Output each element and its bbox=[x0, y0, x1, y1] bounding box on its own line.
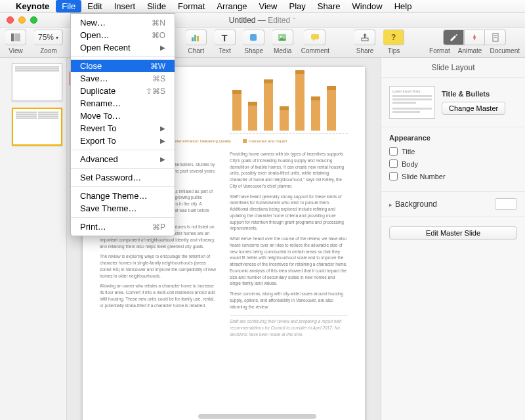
window-controls bbox=[7, 16, 37, 24]
document-inspector-button[interactable] bbox=[485, 30, 506, 45]
menu-item-label: Move To… bbox=[80, 111, 121, 121]
title-checkbox[interactable] bbox=[389, 147, 398, 156]
menu-view[interactable]: View bbox=[253, 0, 284, 12]
master-thumbnail: Lorem Ipsum Dolor bbox=[389, 86, 435, 119]
menu-file[interactable]: File bbox=[56, 0, 81, 12]
zoom-selector[interactable]: 75%▾ bbox=[34, 30, 63, 45]
submenu-arrow-icon: ▶ bbox=[160, 137, 165, 144]
slide-thumbnail-2[interactable] bbox=[12, 108, 62, 146]
change-master-button[interactable]: Change Master bbox=[442, 102, 505, 115]
chart-label: Chart bbox=[188, 47, 203, 54]
svg-rect-4 bbox=[197, 36, 199, 41]
menu-insert[interactable]: Insert bbox=[108, 0, 142, 12]
file-menu-item-close[interactable]: Close⌘W bbox=[71, 60, 175, 72]
slidenum-checkbox-label: Slide Number bbox=[402, 173, 446, 180]
minimize-window-button[interactable] bbox=[18, 16, 26, 24]
menu-share[interactable]: Share bbox=[312, 0, 346, 12]
menu-edit[interactable]: Edit bbox=[81, 0, 108, 12]
master-section: Lorem Ipsum Dolor Title & Bullets Change… bbox=[381, 78, 525, 127]
share-label: Share bbox=[356, 47, 374, 54]
menu-format[interactable]: Format bbox=[172, 0, 211, 12]
file-menu-item-revert-to[interactable]: Revert To▶ bbox=[71, 122, 175, 135]
zoom-value: 75% bbox=[38, 33, 54, 42]
zoom-label: Zoom bbox=[40, 47, 57, 54]
file-menu-item-duplicate[interactable]: Duplicate⇧⌘S bbox=[71, 85, 175, 97]
body-checkbox-row[interactable]: Body bbox=[389, 159, 517, 168]
submenu-arrow-icon: ▶ bbox=[160, 156, 165, 163]
share-button[interactable] bbox=[354, 30, 375, 45]
menu-item-shortcut: ⇧⌘S bbox=[146, 87, 165, 96]
file-menu-item-save-theme[interactable]: Save Theme… bbox=[71, 202, 175, 215]
menu-help[interactable]: Help bbox=[388, 0, 418, 12]
document-label: Document bbox=[490, 47, 520, 54]
zoom-window-button[interactable] bbox=[30, 16, 37, 24]
chart-bar bbox=[327, 90, 336, 131]
horizontal-scrollbar[interactable] bbox=[198, 414, 316, 419]
body-text: Allowing an owner who retains a characte… bbox=[100, 283, 218, 308]
format-inspector-button[interactable] bbox=[443, 30, 464, 45]
file-menu-item-export-to[interactable]: Export To▶ bbox=[71, 135, 175, 147]
menu-item-label: Close bbox=[80, 61, 102, 71]
body-column-right: Providing home owners with six types of … bbox=[230, 151, 348, 342]
text-button[interactable]: T bbox=[215, 30, 236, 45]
chart-bar bbox=[280, 110, 289, 130]
tips-button[interactable]: ? bbox=[383, 30, 404, 45]
menu-item-label: Advanced bbox=[80, 154, 118, 164]
menu-item-shortcut: ⌘S bbox=[152, 74, 165, 83]
body-text: Staff have heard generally strong suppor… bbox=[230, 194, 348, 232]
title-checkbox-row[interactable]: Title bbox=[389, 147, 517, 156]
view-button[interactable] bbox=[5, 30, 26, 45]
submenu-arrow-icon: ▶ bbox=[160, 125, 165, 132]
format-label: Format bbox=[429, 47, 450, 54]
chart-bar bbox=[311, 100, 320, 131]
menu-arrange[interactable]: Arrange bbox=[211, 0, 253, 12]
file-menu-item-rename[interactable]: Rename… bbox=[71, 97, 175, 110]
shape-button[interactable] bbox=[243, 30, 264, 45]
view-label: View bbox=[9, 47, 23, 54]
master-name: Title & Bullets bbox=[442, 90, 505, 98]
background-label: Background bbox=[395, 200, 437, 209]
title-checkbox-label: Title bbox=[402, 148, 415, 156]
file-menu-item-set-password[interactable]: Set Password… bbox=[71, 171, 175, 184]
background-color-swatch[interactable] bbox=[495, 198, 517, 210]
file-menu-item-move-to[interactable]: Move To… bbox=[71, 110, 175, 122]
file-menu-item-new[interactable]: New…⌘N bbox=[71, 16, 175, 29]
file-menu-item-open[interactable]: Open…⌘O bbox=[71, 29, 175, 41]
slidenum-checkbox[interactable] bbox=[389, 172, 398, 180]
title-chevron-icon[interactable]: ˅ bbox=[293, 17, 296, 24]
close-window-button[interactable] bbox=[7, 16, 14, 24]
file-menu-item-save[interactable]: Save…⌘S bbox=[71, 72, 175, 85]
menu-window[interactable]: Window bbox=[346, 0, 388, 12]
body-text: Providing home owners with six types of … bbox=[230, 151, 348, 190]
slidenum-checkbox-row[interactable]: Slide Number bbox=[389, 172, 517, 180]
background-row[interactable]: ▸Background bbox=[381, 192, 525, 217]
slide-thumbnail-1[interactable] bbox=[12, 63, 62, 101]
slide-navigator: 1 2 bbox=[0, 58, 67, 420]
svg-rect-9 bbox=[362, 38, 368, 41]
body-checkbox[interactable] bbox=[389, 159, 398, 168]
disclosure-triangle-icon[interactable]: ▸ bbox=[389, 201, 392, 208]
menu-item-label: Rename… bbox=[80, 98, 121, 108]
appearance-heading: Appearance bbox=[389, 134, 517, 142]
menu-item-label: Export To bbox=[80, 136, 116, 146]
edit-master-slide-button[interactable]: Edit Master Slide bbox=[389, 226, 517, 240]
menu-item-shortcut: ⌘W bbox=[150, 62, 165, 71]
file-menu-item-open-recent[interactable]: Open Recent▶ bbox=[71, 41, 175, 54]
media-button[interactable] bbox=[272, 30, 293, 45]
master-thumb-title: Lorem Ipsum Dolor bbox=[392, 89, 432, 93]
svg-rect-5 bbox=[250, 34, 257, 41]
app-name[interactable]: Keynote bbox=[16, 1, 49, 11]
menu-play[interactable]: Play bbox=[283, 0, 311, 12]
animate-label: Animate bbox=[458, 47, 482, 54]
chart-bar bbox=[264, 83, 273, 130]
svg-point-7 bbox=[280, 36, 282, 38]
svg-rect-2 bbox=[192, 37, 194, 41]
menu-slide[interactable]: Slide bbox=[141, 0, 172, 12]
animate-inspector-button[interactable] bbox=[464, 30, 485, 45]
system-menubar: Keynote File Edit Insert Slide Format Ar… bbox=[0, 0, 525, 13]
comment-button[interactable] bbox=[304, 30, 326, 45]
file-menu-item-advanced[interactable]: Advanced▶ bbox=[71, 153, 175, 165]
chart-button[interactable] bbox=[186, 30, 207, 45]
file-menu-item-change-theme[interactable]: Change Theme… bbox=[71, 190, 175, 202]
file-menu-item-print[interactable]: Print…⌘P bbox=[71, 220, 175, 233]
